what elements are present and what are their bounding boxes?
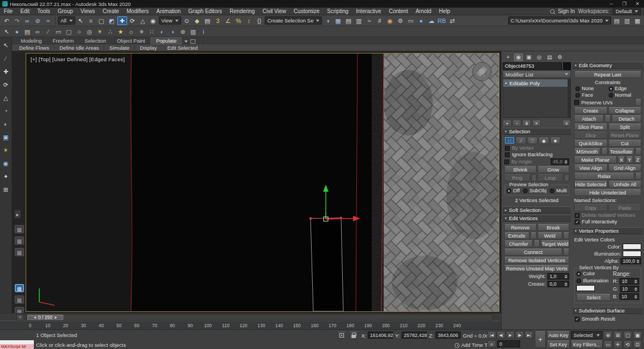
modify-tab-icon[interactable]: ◉: [514, 54, 523, 61]
x-coordinate-field[interactable]: 161406,92: [368, 332, 393, 339]
bind-to-space-warp-icon[interactable]: ≈: [43, 16, 53, 25]
connect-settings-button[interactable]: [563, 249, 569, 256]
select-and-rotate-icon[interactable]: ⟳: [128, 16, 138, 25]
normal-radio[interactable]: Normal: [609, 92, 641, 98]
r-field[interactable]: 10: [619, 278, 639, 285]
auto-key-button[interactable]: Auto Key: [547, 331, 570, 339]
play-animation-button[interactable]: ▶: [506, 331, 515, 339]
menu-create[interactable]: Create: [99, 8, 123, 15]
break-button[interactable]: Break: [538, 224, 570, 231]
material-editor-icon[interactable]: ◉: [385, 16, 395, 25]
menu-modifiers[interactable]: Modifiers: [123, 8, 153, 15]
unhide-all-button[interactable]: Unhide All: [609, 181, 642, 188]
select-and-scale-icon[interactable]: △: [138, 16, 148, 25]
render-production-icon[interactable]: ●: [416, 16, 426, 25]
chamfer-button[interactable]: Chamfer: [504, 240, 533, 247]
schematic-view-icon[interactable]: #: [374, 16, 384, 25]
select-object-icon[interactable]: ↖: [76, 16, 86, 25]
populate-tool-define-flows[interactable]: Define Flows: [14, 44, 55, 51]
viewport-canvas[interactable]: [+] [Top] [User Defined] [Edged Faces]: [26, 53, 499, 312]
zoom-region-icon[interactable]: ▭: [604, 340, 612, 348]
zoom-icon[interactable]: ⊕: [604, 331, 612, 339]
ring-spinner[interactable]: [532, 174, 536, 181]
target-weld-button[interactable]: Target Weld: [541, 240, 569, 247]
half-sphere-icon[interactable]: ◐: [157, 27, 167, 36]
relax-settings-button[interactable]: [635, 173, 641, 180]
edge-mode-icon[interactable]: ∕: [516, 137, 526, 144]
smooth-result-checkbox[interactable]: ✓Smooth Result: [575, 316, 641, 322]
selection-rollout-header[interactable]: Selection: [503, 128, 571, 135]
hierarchy-tab-icon[interactable]: ▣: [524, 54, 533, 61]
asset-library-icon[interactable]: ▥: [622, 16, 632, 25]
arc-icon[interactable]: ◔: [1, 107, 11, 115]
ignore-backfacing-checkbox[interactable]: Ignore Backfacing: [505, 152, 569, 157]
ribbon-tab-freeform[interactable]: Freeform: [47, 37, 80, 44]
sphere-dark-icon[interactable]: ◑: [168, 27, 177, 36]
project-folder-icon[interactable]: ▤: [612, 16, 622, 25]
layer-explorer-icon[interactable]: ▤: [343, 16, 353, 25]
split-button[interactable]: Split: [609, 123, 642, 131]
menu-help[interactable]: Help: [435, 8, 454, 15]
orbit-icon[interactable]: ⟲: [623, 340, 632, 348]
zoom-all-icon[interactable]: ⊞: [613, 331, 622, 339]
file-reference-icon[interactable]: ▦: [633, 16, 642, 25]
menu-animation[interactable]: Animation: [153, 8, 184, 15]
menu-graph-editors[interactable]: Graph Editors: [184, 8, 226, 15]
menu-group[interactable]: Group: [54, 8, 77, 15]
time-slider-track[interactable]: ◀ 0 / 250 ▶: [26, 314, 493, 321]
circle-tool-icon[interactable]: ○: [74, 27, 84, 36]
maxscript-listener-line[interactable]: [0, 340, 34, 344]
polygon-mode-icon[interactable]: ◆: [539, 137, 549, 144]
attach-settings-button[interactable]: [605, 115, 611, 122]
border-mode-icon[interactable]: □: [527, 137, 538, 144]
color-radio[interactable]: Color: [576, 271, 611, 276]
selection-lock-toggle[interactable]: [349, 332, 358, 339]
key-filters-button[interactable]: Key Filters...: [571, 340, 603, 348]
render-rb-icon[interactable]: RB: [437, 16, 446, 25]
viewport-layout-tab-1[interactable]: ▦: [15, 225, 24, 233]
menu-interactive[interactable]: Interactive: [352, 8, 385, 15]
key-mode-toggle-icon[interactable]: ⊙: [487, 340, 496, 348]
menu-content[interactable]: Content: [385, 8, 412, 15]
loop-button[interactable]: Loop: [538, 174, 564, 181]
full-interactivity-checkbox[interactable]: ✓Full Interactivity: [575, 219, 641, 224]
loop-spinner[interactable]: [564, 174, 569, 181]
sphere-add-icon[interactable]: ⊕: [178, 27, 188, 36]
move-icon[interactable]: ✚: [1, 68, 11, 76]
maxscript-mini-listener[interactable]: MAXScript Mi: [0, 340, 34, 349]
keyboard-override-icon[interactable]: ▤: [202, 16, 212, 25]
minimize-button[interactable]: –: [606, 0, 617, 8]
close-button[interactable]: ✕: [632, 0, 643, 8]
key-set-dropdown[interactable]: Selected: [571, 331, 603, 339]
repeat-last-button[interactable]: Repeat Last: [574, 71, 641, 78]
off-radio[interactable]: Off: [506, 188, 520, 193]
reset-plane-button[interactable]: Reset Plane: [609, 132, 642, 139]
sphere-icon[interactable]: ◐: [1, 120, 11, 128]
paste-button[interactable]: Paste: [609, 204, 642, 211]
object-name-field[interactable]: Object48753: [503, 62, 562, 70]
vertex-color-swatch[interactable]: [623, 244, 641, 250]
scene-converter-icon[interactable]: ⇄: [447, 16, 457, 25]
use-pivot-center-icon[interactable]: ⊙: [182, 16, 192, 25]
select-and-move-icon[interactable]: ✚: [117, 16, 127, 25]
viewport-label[interactable]: [+] [Top] [User Defined] [Edged Faces]: [31, 56, 125, 62]
delete-isolated-vertices-checkbox[interactable]: ✓Delete Isolated Vertices: [575, 212, 641, 218]
element-mode-icon[interactable]: ■: [550, 137, 560, 144]
star-icon[interactable]: ★: [116, 27, 126, 36]
select-arrow-icon[interactable]: ↖: [1, 42, 11, 50]
select-and-place-icon[interactable]: ◉: [148, 16, 158, 25]
mini-curve-editor-button[interactable]: ≈: [16, 314, 24, 321]
reference-coordinate-dropdown[interactable]: View: [159, 16, 181, 25]
by-angle-field[interactable]: 45,0: [551, 158, 569, 165]
populate-tool-simulate[interactable]: Simulate: [104, 44, 135, 51]
grid-align-button[interactable]: Grid Align: [609, 164, 642, 171]
tessellate-settings-button[interactable]: [635, 148, 641, 155]
sphere-icon[interactable]: ●: [12, 27, 22, 36]
by-angle-checkbox[interactable]: By Angle:: [504, 159, 549, 164]
rounded-rectangle-icon[interactable]: ▢: [64, 27, 74, 36]
shrink-button[interactable]: Shrink: [504, 166, 536, 173]
select-and-manipulate-icon[interactable]: ◆: [192, 16, 202, 25]
menu-edit[interactable]: Edit: [16, 8, 33, 15]
box-icon[interactable]: ▣: [1, 133, 11, 141]
pin-stack-icon[interactable]: ▪: [503, 120, 511, 127]
